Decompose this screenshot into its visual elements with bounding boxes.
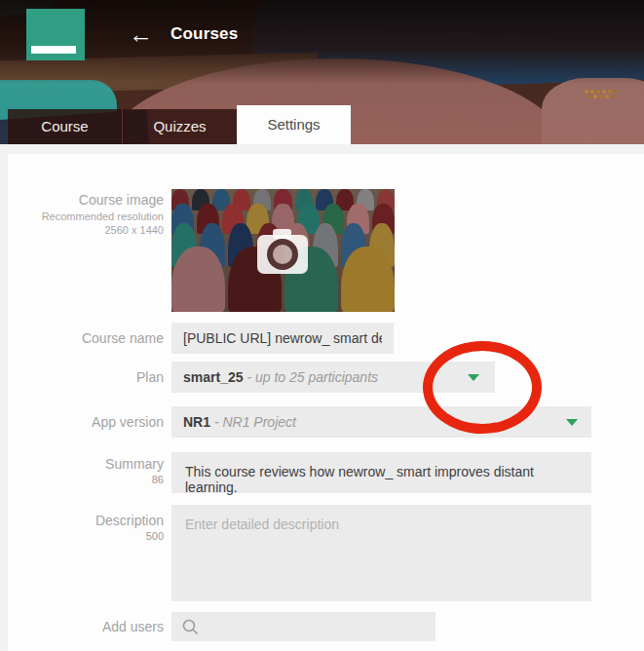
page-title: Courses bbox=[170, 24, 238, 44]
settings-panel: Course image Recommended resolution 2560… bbox=[8, 154, 644, 651]
camera-icon[interactable] bbox=[257, 235, 308, 274]
plan-label: Plan bbox=[8, 362, 164, 393]
tab-quizzes[interactable]: Quizzes bbox=[122, 109, 237, 144]
course-name-input[interactable] bbox=[171, 323, 394, 354]
course-name-label: Course name bbox=[8, 323, 164, 354]
app-version-value: NR1 bbox=[183, 414, 210, 430]
course-image-hint-1: Recommended resolution bbox=[8, 211, 164, 222]
summary-textarea[interactable]: This course reviews how newrow_ smart im… bbox=[171, 452, 591, 493]
description-label: Description bbox=[8, 513, 164, 528]
add-users-input[interactable] bbox=[205, 612, 424, 641]
plan-value-detail: - up to 25 participants bbox=[244, 369, 379, 385]
plan-dropdown-arrow-icon[interactable] bbox=[468, 374, 479, 381]
plan-dropdown[interactable]: smart_25 - up to 25 participants bbox=[171, 362, 495, 393]
search-icon bbox=[181, 618, 200, 636]
tab-course[interactable]: Course bbox=[8, 109, 122, 144]
tab-settings[interactable]: Settings bbox=[237, 105, 351, 144]
course-image-hint-2: 2560 x 1440 bbox=[8, 224, 164, 236]
camera-lens bbox=[267, 239, 298, 270]
logo-underscore bbox=[31, 46, 76, 54]
app-version-dropdown-arrow-icon[interactable] bbox=[566, 419, 578, 426]
course-image-label: Course image bbox=[8, 192, 164, 208]
plan-value: smart_25 bbox=[183, 369, 244, 385]
summary-label: Summary bbox=[8, 456, 164, 472]
add-users-search[interactable] bbox=[171, 612, 436, 641]
summary-char-counter: 86 bbox=[8, 474, 164, 485]
add-users-label: Add users bbox=[8, 612, 164, 641]
back-arrow-icon[interactable]: ← bbox=[129, 19, 153, 49]
app-version-label: App version bbox=[8, 406, 164, 438]
description-char-counter: 500 bbox=[8, 530, 164, 542]
app-version-dropdown[interactable]: NR1 - NR1 Project bbox=[171, 406, 591, 438]
tab-bar: Course Quizzes Settings bbox=[8, 105, 351, 144]
app-version-value-detail: - NR1 Project bbox=[210, 414, 296, 430]
description-textarea[interactable] bbox=[171, 505, 591, 601]
course-image-preview[interactable] bbox=[171, 189, 395, 312]
app-logo bbox=[26, 9, 85, 60]
